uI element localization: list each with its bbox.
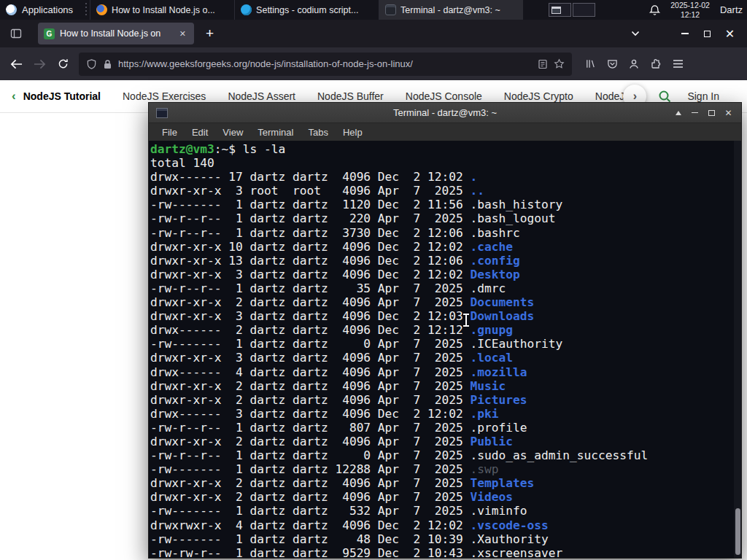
terminal-menu-item[interactable]: File bbox=[155, 127, 185, 138]
file-meta: drwxr-xr-x 3 dartz dartz 4096 Dec 2 12:0… bbox=[150, 309, 471, 323]
taskbar-window-button[interactable]: Settings - codium script... bbox=[234, 0, 379, 20]
file-meta: -rw------- 1 dartz dartz 12288 Apr 7 202… bbox=[150, 462, 471, 476]
terminal-listing-line: -rw-r--r-- 1 dartz dartz 0 Apr 7 2025 .s… bbox=[150, 448, 741, 462]
terminal-listing-line: drwx------ 17 dartz dartz 4096 Dec 2 12:… bbox=[150, 170, 741, 184]
file-meta: -rw------- 1 dartz dartz 0 Apr 7 2025 bbox=[150, 337, 471, 351]
file-meta: drwxr-xr-x 2 dartz dartz 4096 Apr 7 2025 bbox=[150, 435, 471, 448]
file-name: .dmrc bbox=[471, 281, 506, 295]
url-bar[interactable]: https://www.geeksforgeeks.org/node-js/in… bbox=[79, 52, 572, 76]
category-nav-item[interactable]: NodeJS Console bbox=[406, 90, 482, 102]
window-close-button[interactable]: ✕ bbox=[719, 25, 741, 42]
terminal-listing-line: -rw-r--r-- 1 dartz dartz 220 Apr 7 2025 … bbox=[150, 211, 741, 225]
workspace-1[interactable] bbox=[549, 3, 571, 17]
file-meta: drwxr-xr-x 13 dartz dartz 4096 Dec 2 12:… bbox=[150, 254, 471, 268]
category-nav-item[interactable]: NodeJS Buffer bbox=[317, 90, 384, 102]
pocket-icon[interactable] bbox=[601, 52, 623, 76]
terminal-listing-line: -rw------- 1 dartz dartz 532 Apr 7 2025 … bbox=[150, 504, 741, 518]
category-nav-item[interactable]: NodeJS Assert bbox=[228, 90, 295, 102]
terminal-listing-line: drwxr-xr-x 10 dartz dartz 4096 Dec 2 12:… bbox=[150, 240, 741, 254]
file-meta: drwx------ 17 dartz dartz 4096 Dec 2 12:… bbox=[150, 170, 471, 184]
forward-button[interactable] bbox=[28, 52, 51, 76]
file-meta: drwxrwxr-x 4 dartz dartz 4096 Dec 2 12:0… bbox=[150, 518, 471, 532]
list-all-tabs-chevron-icon[interactable] bbox=[624, 31, 647, 36]
taskbar-window-button[interactable]: Terminal - dartz@vm3: ~ bbox=[379, 0, 523, 20]
hamburger-menu-icon[interactable] bbox=[667, 52, 689, 76]
notifications-bell-icon[interactable] bbox=[649, 4, 660, 16]
category-nav-item[interactable]: NodeJS Exercises bbox=[123, 90, 206, 102]
prompt-command: :~$ ls -la bbox=[214, 142, 285, 156]
sign-in-link[interactable]: Sign In bbox=[687, 90, 719, 102]
file-meta: -rw-r--r-- 1 dartz dartz 35 Apr 7 2025 bbox=[150, 281, 471, 295]
workspace-switcher[interactable] bbox=[549, 0, 595, 20]
applications-label: Applications bbox=[22, 4, 73, 15]
bookmark-star-icon[interactable] bbox=[554, 58, 565, 69]
terminal-listing-line: drwx------ 3 dartz dartz 4096 Dec 2 12:0… bbox=[150, 407, 741, 421]
file-meta: -rw-rw-r-- 1 dartz dartz 9529 Dec 2 10:4… bbox=[150, 546, 471, 558]
category-nav-item[interactable]: NodeJS Crypto bbox=[504, 90, 573, 102]
search-icon[interactable] bbox=[658, 90, 671, 103]
file-meta: drwxr-xr-x 3 dartz dartz 4096 Apr 7 2025 bbox=[150, 351, 471, 365]
file-meta: drwxr-xr-x 2 dartz dartz 4096 Apr 7 2025 bbox=[150, 393, 471, 407]
terminal-menu-item[interactable]: Tabs bbox=[301, 127, 335, 138]
window-minimize-button[interactable] bbox=[673, 25, 696, 42]
window-button-label: How to Install Node.js o... bbox=[112, 5, 215, 15]
padlock-icon[interactable] bbox=[103, 59, 112, 69]
terminal-close-button[interactable]: ✕ bbox=[720, 105, 737, 120]
file-name: .sudo_as_admin_successful bbox=[471, 448, 649, 462]
window-maximize-button[interactable] bbox=[696, 25, 719, 42]
file-meta: drwxr-xr-x 2 dartz dartz 4096 Apr 7 2025 bbox=[150, 490, 471, 504]
panel-status-area: 2025-12-02 12:12 Dartz bbox=[649, 0, 747, 20]
new-tab-button[interactable]: + bbox=[200, 26, 220, 42]
terminal-menu-item[interactable]: View bbox=[215, 127, 250, 138]
back-button[interactable] bbox=[4, 52, 28, 76]
terminal-window-title: Terminal - dartz@vm3: ~ bbox=[149, 107, 741, 118]
terminal-listing-line: drwxr-xr-x 2 dartz dartz 4096 Apr 7 2025… bbox=[150, 490, 741, 504]
applications-menu-button[interactable]: Applications bbox=[0, 0, 82, 20]
terminal-shade-button[interactable] bbox=[670, 105, 686, 120]
workspace-2[interactable] bbox=[573, 3, 595, 17]
terminal-maximize-button[interactable] bbox=[703, 105, 720, 120]
file-name: .cache bbox=[471, 240, 513, 254]
terminal-total-line: total 140 bbox=[150, 156, 741, 170]
terminal-listing-line: -rw------- 1 dartz dartz 48 Dec 2 10:39 … bbox=[150, 532, 741, 546]
nav-scroll-left-chevron-icon[interactable]: ‹ bbox=[9, 89, 19, 104]
account-icon[interactable] bbox=[623, 52, 645, 76]
window-app-icon bbox=[385, 4, 396, 15]
file-meta: drwxr-xr-x 2 dartz dartz 4096 Apr 7 2025 bbox=[150, 476, 471, 490]
toolbar-icons bbox=[579, 52, 689, 76]
file-name: .viminfo bbox=[471, 504, 527, 518]
terminal-output-area[interactable]: dartz@vm3:~$ ls -la total 140 drwx------… bbox=[149, 141, 741, 558]
terminal-scrollbar[interactable] bbox=[734, 141, 741, 558]
terminal-menu-item[interactable]: Help bbox=[336, 127, 370, 138]
terminal-minimize-button[interactable] bbox=[686, 105, 703, 120]
taskbar-window-button[interactable]: How to Install Node.js o... bbox=[90, 0, 234, 20]
browser-tab-active[interactable]: G How to Install Node.js on ✕ bbox=[38, 23, 194, 44]
file-name: .mozilla bbox=[471, 365, 527, 379]
terminal-titlebar[interactable]: Terminal - dartz@vm3: ~ ✕ bbox=[149, 103, 741, 122]
extensions-puzzle-icon[interactable] bbox=[645, 52, 667, 76]
terminal-listing-line: drwxrwxr-x 4 dartz dartz 4096 Dec 2 12:0… bbox=[150, 518, 741, 532]
panel-clock[interactable]: 2025-12-02 12:12 bbox=[670, 1, 710, 19]
file-meta: drwx------ 2 dartz dartz 4096 Dec 2 12:1… bbox=[150, 323, 471, 337]
file-meta: drwxr-xr-x 2 dartz dartz 4096 Apr 7 2025 bbox=[150, 295, 471, 309]
distro-logo-icon bbox=[6, 4, 17, 15]
url-text[interactable]: https://www.geeksforgeeks.org/node-js/in… bbox=[118, 58, 532, 69]
library-icon[interactable] bbox=[579, 52, 601, 76]
file-name: Templates bbox=[471, 476, 535, 490]
firefox-view-icon[interactable] bbox=[6, 23, 26, 44]
site-favicon: G bbox=[44, 28, 55, 39]
terminal-listing-line: drwxr-xr-x 3 dartz dartz 4096 Dec 2 12:0… bbox=[150, 309, 741, 323]
panel-separator bbox=[83, 3, 88, 17]
category-nav-item[interactable]: NodeJS Tutorial bbox=[23, 90, 101, 102]
terminal-scrollbar-thumb[interactable] bbox=[735, 508, 740, 555]
file-meta: drwxr-xr-x 3 root root 4096 Apr 7 2025 bbox=[150, 184, 471, 198]
terminal-app-icon bbox=[156, 108, 168, 118]
terminal-menu-item[interactable]: Terminal bbox=[250, 127, 301, 138]
reader-mode-icon[interactable] bbox=[538, 59, 548, 69]
tab-close-icon[interactable]: ✕ bbox=[177, 28, 188, 40]
file-name: .swp bbox=[471, 462, 499, 476]
terminal-menu-item[interactable]: Edit bbox=[185, 127, 215, 138]
reload-button[interactable] bbox=[51, 52, 74, 76]
terminal-listing-line: drwxr-xr-x 3 dartz dartz 4096 Dec 2 12:0… bbox=[150, 268, 741, 281]
tracking-protection-shield-icon[interactable] bbox=[86, 58, 97, 70]
